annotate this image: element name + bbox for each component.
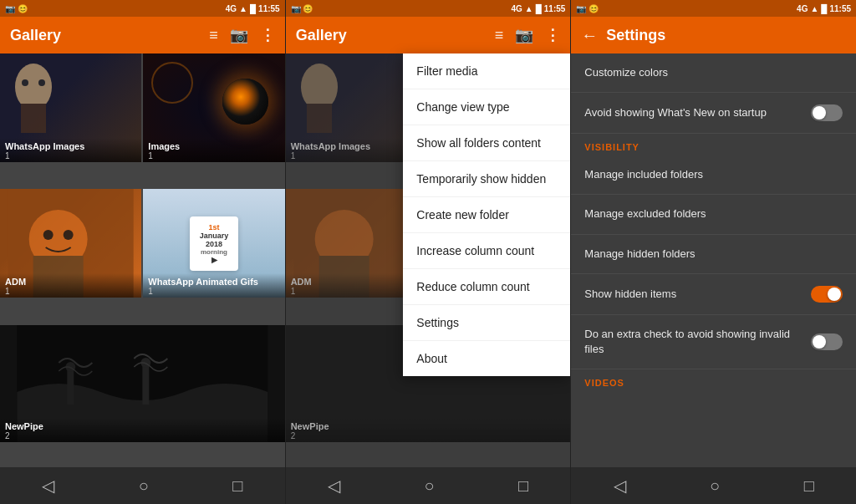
settings-whats-new-text: Avoid showing What's New on startup [584,105,811,120]
svg-point-3 [38,79,45,86]
menu-item-filter[interactable]: Filter media [403,53,570,89]
gallery-grid-1: WhatsApp Images 1 Images 1 [0,53,285,467]
settings-show-hidden-text: Show hidden items [584,287,811,302]
time-3: 11:55 [829,4,851,13]
gallery-count-3: 1 [5,287,136,296]
gallery-count-5: 2 [5,431,280,440]
svg-point-2 [22,79,28,86]
status-left-2: 📷 😊 [291,4,313,13]
gallery-label-2-5: NewPipe 2 [286,418,571,442]
menu-item-reduce-col[interactable]: Reduce column count [403,269,570,305]
home-nav-1[interactable]: ○ [139,476,149,496]
svg-point-8 [64,230,74,240]
settings-hidden-folders-text: Manage hidden folders [584,247,843,262]
settings-extra-check[interactable]: Do an extra check to avoid showing inval… [571,315,856,369]
menu-item-settings[interactable]: Settings [403,305,570,341]
battery-icon-1: █ [250,4,256,13]
filter-icon-2[interactable]: ≡ [495,27,504,44]
settings-excluded-folders-text: Manage excluded folders [584,206,843,221]
panel-gallery-2: 📷 😊 4G ▲ █ 11:55 Gallery ≡ 📷 ⋮ WhatsApp … [286,0,572,504]
settings-included-folders-text: Manage included folders [584,167,843,182]
back-icon-settings[interactable]: ← [581,26,598,45]
gallery-item-1[interactable]: WhatsApp Images 1 [0,53,141,162]
settings-whats-new[interactable]: Avoid showing What's New on startup [571,93,856,134]
camera-icon-2[interactable]: 📷 [515,26,533,44]
status-bar-1: 📷 😊 4G ▲ █ 11:55 [0,0,285,17]
filter-icon-1[interactable]: ≡ [209,27,218,44]
settings-content: Customize colors Avoid showing What's Ne… [571,53,856,467]
dropdown-menu: Filter media Change view type Show all f… [403,53,570,376]
panel-gallery-1: 📷 😊 4G ▲ █ 11:55 Gallery ≡ 📷 ⋮ [0,0,286,504]
home-nav-3[interactable]: ○ [710,476,720,496]
svg-rect-12 [142,367,149,405]
svg-point-0 [15,64,52,110]
toggle-extra-check[interactable] [811,333,843,350]
more-icon-1[interactable]: ⋮ [260,26,275,44]
status-right-3: 4G ▲ █ 11:55 [797,4,851,13]
toggle-show-hidden[interactable] [811,286,843,303]
gallery-name-1: WhatsApp Images [5,141,136,151]
time-2: 11:55 [544,4,566,13]
svg-point-7 [43,230,54,240]
gallery-label-3: ADM 1 [0,273,141,298]
gallery-item-4[interactable]: 1st January 2018 morning ▶ WhatsApp Anim… [143,189,284,298]
nav-bar-3: ◁ ○ □ [571,467,856,504]
more-icon-2[interactable]: ⋮ [545,26,560,44]
gallery-item-2[interactable]: Images 1 [143,53,284,162]
app-bar-1: Gallery ≡ 📷 ⋮ [0,17,285,53]
nav-bar-2: ◁ ○ □ [286,467,571,504]
app-title-2: Gallery [296,27,487,44]
settings-included-folders[interactable]: Manage included folders [571,155,856,195]
settings-show-hidden[interactable]: Show hidden items [571,274,856,315]
back-nav-1[interactable]: ◁ [42,476,54,496]
time-1: 11:55 [258,4,280,13]
settings-extra-check-text: Do an extra check to avoid showing inval… [584,327,811,357]
settings-customize-colors[interactable]: Customize colors [571,53,856,93]
network-label-3: 4G [797,4,808,13]
app-title-1: Gallery [10,27,201,44]
nav-bar-1: ◁ ○ □ [0,467,285,504]
svg-point-14 [301,64,338,110]
recent-nav-1[interactable]: □ [232,476,242,496]
status-right-1: 4G ▲ █ 11:55 [226,4,280,13]
gallery-count-4: 1 [148,287,279,296]
back-nav-2[interactable]: ◁ [328,476,340,496]
status-left-3: 📷 😊 [576,4,599,13]
gallery-label-1: WhatsApp Images 1 [0,138,141,162]
signal-icon-1: ▲ [239,4,247,13]
toggle-whats-new[interactable] [811,104,843,121]
toggle-knob-extra-check [813,335,826,349]
gallery-label-5: NewPipe 2 [0,418,285,442]
recent-nav-3[interactable]: □ [804,476,814,496]
gallery-name-4: WhatsApp Animated Gifs [148,277,279,287]
status-icons-1: 📷 😊 [5,4,28,13]
status-bar-3: 📷 😊 4G ▲ █ 11:55 [571,0,856,17]
status-bar-2: 📷 😊 4G ▲ █ 11:55 [286,0,571,17]
gallery-thumb-2 [222,79,268,125]
app-bar-icons-1: ≡ 📷 ⋮ [209,26,275,44]
settings-hidden-folders[interactable]: Manage hidden folders [571,235,856,274]
recent-nav-2[interactable]: □ [518,476,528,496]
gallery-name-2: Images [148,141,279,151]
camera-icon-1[interactable]: 📷 [230,26,248,44]
settings-title: Settings [606,27,846,44]
menu-item-increase-col[interactable]: Increase column count [403,233,570,269]
menu-item-show-hidden[interactable]: Temporarily show hidden [403,161,570,197]
settings-excluded-folders[interactable]: Manage excluded folders [571,195,856,234]
battery-icon-3: █ [821,4,827,13]
menu-item-new-folder[interactable]: Create new folder [403,197,570,233]
gallery-calendar-1: 1st January 2018 morning ▶ [190,216,239,271]
gallery-item-3[interactable]: ADM 1 [0,189,141,298]
gallery-item-5[interactable]: NewPipe 2 [0,325,285,442]
back-nav-3[interactable]: ◁ [614,476,626,496]
signal-icon-2: ▲ [525,4,533,13]
gallery-count-1: 1 [5,151,136,160]
menu-item-view-type[interactable]: Change view type [403,89,570,125]
menu-item-show-all[interactable]: Show all folders content [403,125,570,161]
home-nav-2[interactable]: ○ [424,476,434,496]
svg-rect-1 [21,104,46,133]
network-label-2: 4G [511,4,522,13]
menu-item-about[interactable]: About [403,341,570,376]
gallery-name-3: ADM [5,277,136,287]
panel-settings: 📷 😊 4G ▲ █ 11:55 ← Settings Customize co… [571,0,856,504]
